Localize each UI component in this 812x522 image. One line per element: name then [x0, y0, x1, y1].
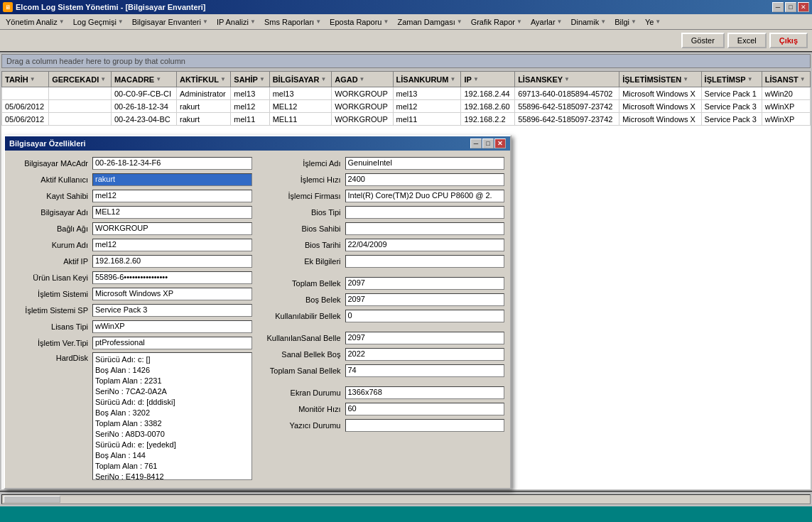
menu-grafik[interactable]: Grafik Rapor ▼ — [467, 16, 526, 28]
menu-dinamik[interactable]: Dinamik ▼ — [567, 16, 611, 28]
bilgisayar-ozellikleri-dialog[interactable]: Bilgisayar Özellikleri ─ □ ✕ Bilgisayar … — [4, 135, 511, 489]
macaddr-value[interactable]: 00-26-18-12-34-F6 — [92, 157, 252, 170]
menu-arrow-3: ▼ — [250, 18, 256, 25]
col-isletimsp[interactable]: İŞLETİMSP▼ — [701, 72, 762, 87]
menu-log[interactable]: Log Geçmişi ▼ — [69, 16, 128, 28]
dialog-close-button[interactable]: ✕ — [494, 138, 506, 148]
menu-arrow-9: ▼ — [600, 18, 606, 25]
lisanstipi-value[interactable]: wWinXP — [92, 320, 252, 333]
col-tarih[interactable]: TARİH▼ — [2, 72, 49, 87]
col-agad[interactable]: AGAD▼ — [332, 72, 393, 87]
excel-button[interactable]: Excel — [727, 33, 767, 48]
menu-arrow-10: ▼ — [631, 18, 637, 25]
menu-arrow-0: ▼ — [59, 18, 65, 25]
menu-arrow-4: ▼ — [315, 18, 321, 25]
field-macaddr: Bilgisayar MAcAdr 00-26-18-12-34-F6 — [11, 156, 252, 170]
field-isletimsissp: İşletim Sistemi SP Service Pack 3 — [11, 303, 252, 317]
field-lisanstipi: Lisans Tipi wWinXP — [11, 320, 252, 334]
col-lisanskey[interactable]: LİSANSKEY▼ — [515, 72, 619, 87]
bosbellek-value[interactable]: 2097 — [345, 293, 505, 306]
field-bilgisayarad: Bilgisayar Adı MEL12 — [11, 205, 252, 219]
col-bilgisayar[interactable]: BİLGİSAYAR▼ — [269, 72, 332, 87]
cikis-button[interactable]: Çıkış — [769, 33, 808, 48]
field-toplambellek: Toplam Bellek 2097 — [264, 276, 505, 290]
urunlisankeyi-value[interactable]: 55896-6•••••••••••••••• — [92, 271, 252, 284]
field-kayitsahibi: Kayıt Sahibi mel12 — [11, 189, 252, 203]
col-ip[interactable]: IP▼ — [461, 72, 515, 87]
minimize-button[interactable]: ─ — [772, 2, 784, 12]
biossahibi-value[interactable] — [345, 222, 505, 235]
col-gercekadi[interactable]: GERCEKADI▼ — [49, 72, 112, 87]
harddisk-value[interactable]: Sürücü Adı: c: []Boş Alan : 1426Toplam A… — [92, 352, 252, 480]
field-isletimvertipi: İşletim Ver.Tipi ptProfessional — [11, 336, 252, 350]
field-bosbellek: Boş Belek 2097 — [264, 293, 505, 307]
field-aktifip: Aktif IP 192.168.2.60 — [11, 254, 252, 268]
menu-bilgi[interactable]: Bilgi ▼ — [610, 16, 641, 28]
col-lisankurum[interactable]: LİSANKURUM▼ — [393, 72, 461, 87]
isletimvertipi-value[interactable]: ptProfessional — [92, 337, 252, 349]
menu-sms[interactable]: Sms Raporları ▼ — [260, 16, 325, 28]
col-aktifkul[interactable]: AKTİFKUL▼ — [176, 72, 230, 87]
toplamsanalbellek-value[interactable]: 74 — [345, 364, 505, 377]
field-kurumadi: Kurum Adı mel12 — [11, 238, 252, 252]
menu-eposta[interactable]: Eposta Raporu ▼ — [325, 16, 393, 28]
menu-ayarlar[interactable]: Ayarlar ▼ — [526, 16, 567, 28]
menu-bilgisayar[interactable]: Bilgisayar Envanteri ▼ — [128, 16, 212, 28]
baglagi-value[interactable]: WORKGROUP — [92, 222, 252, 235]
dialog-minimize-button[interactable]: ─ — [470, 138, 482, 148]
field-aktifkul: Aktif Kullanıcı rakurt — [11, 173, 252, 187]
monitorhizi-value[interactable]: 60 — [345, 403, 505, 415]
table-row[interactable]: 00-C0-9F-CB-CIAdministratormel13mel13WOR… — [2, 87, 811, 100]
menu-zaman[interactable]: Zaman Damgası ▼ — [393, 16, 466, 28]
aktifkul-value[interactable]: rakurt — [92, 173, 252, 186]
biostipi-value[interactable] — [345, 206, 505, 219]
field-islemcihizi: İşlemci Hızı 2400 — [264, 173, 505, 187]
islemciadi-value[interactable]: GenuineIntel — [345, 157, 505, 170]
col-sahip[interactable]: SAHİP▼ — [231, 72, 269, 87]
kullanilabilirbellek-value[interactable]: 0 — [345, 310, 505, 322]
islemcihizi-value[interactable]: 2400 — [345, 173, 505, 186]
dialog-title-bar: Bilgisayar Özellikleri ─ □ ✕ — [5, 136, 510, 151]
dialog-title-text: Bilgisayar Özellikleri — [9, 139, 86, 148]
toplambellek-value[interactable]: 2097 — [345, 277, 505, 290]
menu-ye[interactable]: Ye ▼ — [641, 16, 665, 28]
menu-arrow-5: ▼ — [383, 18, 389, 25]
maximize-button[interactable]: □ — [785, 2, 796, 12]
field-yazicidurumu: Yazıcı Durumu — [264, 418, 505, 433]
table-row[interactable]: 05/06/201200-26-18-12-34rakurtmel12MEL12… — [2, 100, 811, 113]
menu-bar: Yönetim Analiz ▼ Log Geçmişi ▼ Bilgisaya… — [0, 14, 812, 30]
scrollbar-thumb[interactable] — [4, 496, 60, 503]
menu-arrow-11: ▼ — [655, 18, 661, 25]
ekrandurumu-value[interactable]: 1366x768 — [345, 386, 505, 399]
col-macadre[interactable]: MACADRE▼ — [111, 72, 176, 87]
isletimsis-value[interactable]: Microsoft Windows XP — [92, 288, 252, 300]
group-header: Drag a column header here to group by th… — [1, 54, 811, 68]
col-lisanst[interactable]: LİSANST▼ — [762, 72, 810, 87]
ekbilgileri-value[interactable] — [345, 255, 505, 268]
app-icon: 🖥 — [3, 2, 13, 12]
kayitsahibi-value[interactable]: mel12 — [92, 190, 252, 202]
menu-yonetim[interactable]: Yönetim Analiz ▼ — [1, 16, 69, 28]
close-button[interactable]: ✕ — [798, 2, 809, 12]
kullsanalbelle-value[interactable]: 2097 — [345, 332, 505, 344]
biostarihi-value[interactable]: 22/04/2009 — [345, 239, 505, 251]
table-row[interactable]: 05/06/201200-24-23-04-BCrakurtmel11MEL11… — [2, 113, 811, 126]
yazicidurumu-value[interactable] — [345, 419, 505, 432]
dialog-maximize-button[interactable]: □ — [482, 138, 494, 148]
bilgisayarad-value[interactable]: MEL12 — [92, 206, 252, 219]
goster-button[interactable]: Göster — [681, 33, 725, 48]
field-isletimsis: İşletim Sistemi Microsoft Windows XP — [11, 287, 252, 301]
kurumadi-value[interactable]: mel12 — [92, 239, 252, 251]
field-kullsanalbelle: KullanılanSanal Belle 2097 — [264, 331, 505, 345]
field-kullanilabilirbellek: Kullanılabilir Bellek 0 — [264, 309, 505, 323]
menu-arrow-2: ▼ — [202, 18, 208, 25]
sanalbellebos-value[interactable]: 2022 — [345, 348, 505, 361]
aktifip-value[interactable]: 192.168.2.60 — [92, 255, 252, 268]
horizontal-scrollbar[interactable] — [1, 494, 811, 504]
col-isletimsis[interactable]: İŞLETİMSİSTEN▼ — [619, 72, 701, 87]
field-biossahibi: Bios Sahibi — [264, 222, 505, 236]
menu-ip[interactable]: IP Analizi ▼ — [212, 16, 260, 28]
islemcifirmasi-value[interactable]: Intel(R) Core(TM)2 Duo CPU P8600 @ 2. — [345, 190, 505, 202]
menu-arrow-7: ▼ — [516, 18, 522, 25]
isletimsissp-value[interactable]: Service Pack 3 — [92, 304, 252, 317]
